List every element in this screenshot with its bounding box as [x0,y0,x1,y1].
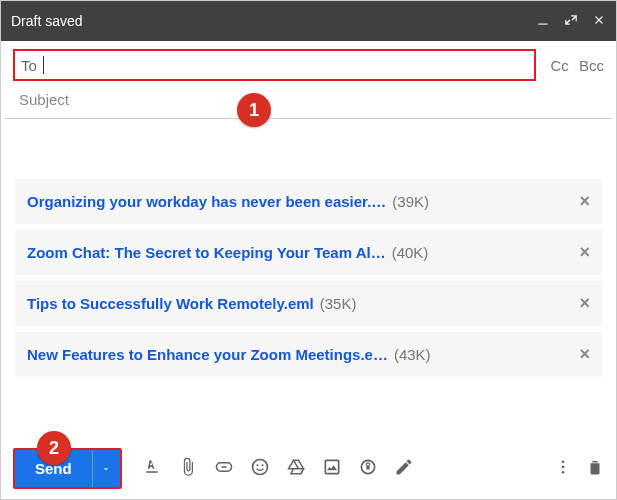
subject-placeholder: Subject [19,91,69,108]
more-options-icon[interactable] [554,458,572,480]
attachment-size: (35K) [320,295,357,312]
minimize-icon[interactable] [536,13,550,30]
attachment-name[interactable]: Zoom Chat: The Secret to Keeping Your Te… [27,244,386,261]
attachment-name[interactable]: Tips to Successfully Work Remotely.eml [27,295,314,312]
message-body[interactable]: Organizing your workday has never been e… [1,119,616,438]
to-input[interactable] [44,57,529,74]
subject-field[interactable]: Subject [5,85,612,119]
insert-photo-icon[interactable] [322,457,342,481]
svg-rect-0 [538,23,547,24]
remove-attachment-icon[interactable]: × [579,242,590,263]
svg-rect-6 [366,465,369,469]
pen-icon[interactable] [394,457,414,481]
remove-attachment-icon[interactable]: × [579,191,590,212]
svg-point-1 [252,459,267,474]
compose-toolbar: Send [1,438,616,499]
attachment-name[interactable]: New Features to Enhance your Zoom Meetin… [27,346,388,363]
to-field[interactable]: To [13,49,536,81]
formatting-icon[interactable] [142,457,162,481]
svg-point-2 [256,464,258,466]
attachment-item: New Features to Enhance your Zoom Meetin… [15,332,602,377]
svg-point-9 [562,470,565,473]
svg-point-8 [562,465,565,468]
recipients-row: To Cc Bcc [1,41,616,85]
bcc-button[interactable]: Bcc [579,57,604,74]
confidential-mode-icon[interactable] [358,457,378,481]
insert-link-icon[interactable] [214,457,234,481]
remove-attachment-icon[interactable]: × [579,293,590,314]
remove-attachment-icon[interactable]: × [579,344,590,365]
svg-rect-4 [325,460,338,473]
svg-point-7 [562,460,565,463]
annotation-badge-2: 2 [37,431,71,465]
annotation-badge-1: 1 [237,93,271,127]
svg-point-3 [261,464,263,466]
close-icon[interactable] [592,13,606,30]
window-title: Draft saved [11,13,536,29]
attachment-item: Zoom Chat: The Secret to Keeping Your Te… [15,230,602,275]
attachment-list: Organizing your workday has never been e… [1,179,616,377]
send-options-button[interactable] [92,450,120,487]
discard-draft-icon[interactable] [586,458,604,480]
attach-file-icon[interactable] [178,457,198,481]
compose-window: Draft saved To Cc Bcc Subject [0,0,617,500]
title-bar: Draft saved [1,1,616,41]
attachment-item: Organizing your workday has never been e… [15,179,602,224]
attachment-name[interactable]: Organizing your workday has never been e… [27,193,386,210]
attachment-size: (40K) [392,244,429,261]
cc-button[interactable]: Cc [550,57,568,74]
attachment-size: (39K) [392,193,429,210]
emoji-icon[interactable] [250,457,270,481]
to-label: To [21,57,37,74]
expand-icon[interactable] [564,13,578,30]
attachment-size: (43K) [394,346,431,363]
drive-icon[interactable] [286,457,306,481]
attachment-item: Tips to Successfully Work Remotely.eml (… [15,281,602,326]
